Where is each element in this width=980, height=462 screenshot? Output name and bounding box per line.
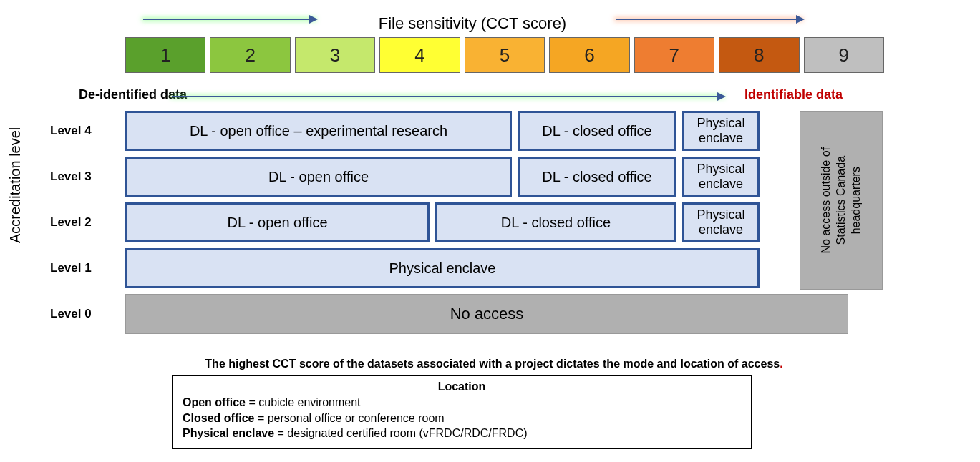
sensitivity-arrow-low (143, 19, 315, 20)
header-title: File sensitivity (CCT score) (329, 14, 616, 33)
column-9-noaccess: No access outside ofStatistics Canadahea… (800, 111, 883, 290)
level-3-label: Level 3 (36, 169, 125, 184)
y-axis-label: Accreditation level (7, 127, 24, 243)
levels-grid: Level 4 DL - open office – experimental … (36, 111, 884, 340)
cct-score-7: 7 (634, 37, 714, 73)
level-2-open-office: DL - open office (125, 202, 430, 242)
level-3-physical-enclave: Physical enclave (682, 157, 760, 197)
level-2-label: Level 2 (36, 215, 125, 230)
legend-open-office: Open office = cubicle environment (183, 395, 741, 411)
level-0-label: Level 0 (36, 307, 125, 321)
level-4-row: Level 4 DL - open office – experimental … (36, 111, 884, 151)
identifiable-label: Identifiable data (744, 87, 843, 102)
level-4-closed-office: DL - closed office (518, 111, 676, 151)
legend-box: Location Open office = cubicle environme… (172, 375, 752, 449)
level-1-row: Level 1 Physical enclave (36, 248, 884, 288)
level-0-row: Level 0 No access (36, 294, 884, 334)
level-2-physical-enclave: Physical enclave (682, 202, 760, 242)
cct-score-9: 9 (804, 37, 884, 73)
sensitivity-arrow-high (616, 19, 802, 20)
level-2-closed-office: DL - closed office (435, 202, 676, 242)
level-1-physical-enclave: Physical enclave (125, 248, 760, 288)
level-2-row: Level 2 DL - open office DL - closed off… (36, 202, 884, 242)
level-3-row: Level 3 DL - open office DL - closed off… (36, 157, 884, 197)
footnote-period: . (780, 358, 782, 370)
deidentified-label: De-identified data (79, 87, 187, 102)
cct-score-3: 3 (295, 37, 375, 73)
deidentified-range-arrow (172, 96, 723, 97)
level-3-open-office: DL - open office (125, 157, 512, 197)
cct-score-1: 1 (125, 37, 205, 73)
cct-score-4: 4 (379, 37, 460, 73)
level-3-closed-office: DL - closed office (518, 157, 676, 197)
level-0-noaccess: No access (125, 294, 848, 334)
cct-score-8: 8 (719, 37, 799, 73)
column-9-noaccess-text: No access outside ofStatistics Canadahea… (819, 147, 863, 254)
level-4-open-office: DL - open office – experimental research (125, 111, 512, 151)
cct-score-6: 6 (549, 37, 629, 73)
level-4-label: Level 4 (36, 124, 125, 138)
cct-score-row: 1 2 3 4 5 6 7 8 9 (125, 37, 884, 73)
level-4-physical-enclave: Physical enclave (682, 111, 760, 151)
legend-title: Location (183, 380, 741, 393)
footnote: The highest CCT score of the datasets as… (172, 358, 816, 370)
legend-physical-enclave: Physical enclave = designated certified … (183, 426, 741, 441)
level-1-label: Level 1 (36, 261, 125, 275)
cct-score-5: 5 (465, 37, 545, 73)
cct-score-2: 2 (210, 37, 290, 73)
legend-closed-office: Closed office = personal office or confe… (183, 411, 741, 426)
